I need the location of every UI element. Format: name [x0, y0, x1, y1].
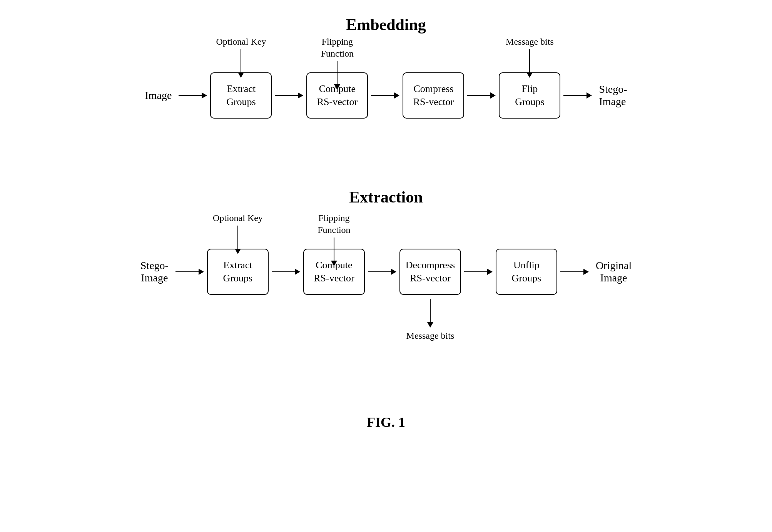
arrow-down-head	[238, 72, 244, 78]
optional-key-label-emb: Optional Key	[216, 36, 266, 78]
arrow-down-line-7	[237, 226, 238, 249]
arrow-compute-to-compress	[371, 92, 399, 99]
arrow-stego-to-extract	[175, 269, 204, 275]
arrow-head-2	[298, 92, 303, 99]
unflip-groups-wrapper: UnflipGroups	[496, 249, 557, 295]
optional-key-label-ext: Optional Key	[213, 212, 263, 254]
extract-groups-box-ext: ExtractGroups	[207, 249, 269, 295]
arrow-head	[202, 92, 207, 99]
embedding-section: Embedding Image Optional Key ExtractGrou…	[40, 15, 732, 134]
arrow-down-line-8	[334, 238, 334, 261]
message-bits-label-emb: Message bits	[506, 36, 554, 78]
embedding-title: Embedding	[40, 15, 732, 34]
embedding-input-label: Image	[145, 89, 172, 102]
arrow-line-5	[563, 95, 587, 96]
arrow-line-7	[272, 271, 295, 272]
arrow-line-9	[464, 271, 487, 272]
arrow-head-3	[394, 92, 399, 99]
compress-rs-wrapper: CompressRS-vector	[403, 72, 464, 119]
arrow-down-head-7	[235, 249, 241, 254]
arrow-head-6	[199, 269, 204, 275]
arrow-unflip-to-output	[560, 269, 589, 275]
arrow-line-2	[275, 95, 298, 96]
extraction-output-label: OriginalImage	[596, 259, 632, 284]
arrow-line-6	[175, 271, 199, 272]
arrow-down-head-5	[526, 72, 533, 78]
embedding-flow: Image Optional Key ExtractGroups	[40, 57, 732, 134]
message-bits-below: Message bits	[406, 299, 455, 341]
flip-groups-box: FlipGroups	[499, 72, 560, 119]
flip-groups-wrapper: Message bits FlipGroups	[499, 72, 560, 119]
arrow-down-line-5	[529, 49, 530, 72]
extraction-flow: Stego-Image Optional Key ExtractGroups	[40, 229, 732, 314]
decompress-rs-wrapper: DecompressRS-vector Message bits	[399, 249, 461, 295]
embedding-output-label: Stego-Image	[599, 83, 627, 108]
decompress-rs-box: DecompressRS-vector	[399, 249, 461, 295]
compute-rs-wrapper-emb: FlippingFunction ComputeRS-vector	[306, 72, 368, 119]
fig-label: FIG. 1	[367, 414, 405, 430]
flipping-function-label-ext: FlippingFunction	[317, 212, 350, 266]
arrow-extract-to-compute	[275, 92, 303, 99]
arrow-down-line	[241, 49, 241, 72]
arrow-down-head-9	[427, 322, 433, 328]
arrow-head-5	[587, 92, 592, 99]
arrow-head-4	[490, 92, 496, 99]
arrow-image-to-extract	[179, 92, 207, 99]
unflip-groups-box: UnflipGroups	[496, 249, 557, 295]
arrow-compute-to-decompress	[368, 269, 396, 275]
arrow-flip-to-output	[563, 92, 592, 99]
compute-rs-wrapper-ext: FlippingFunction ComputeRS-vector	[303, 249, 365, 295]
arrow-head-10	[583, 269, 589, 275]
arrow-compress-to-flip	[467, 92, 496, 99]
arrow-down-line-3	[337, 61, 338, 84]
compress-rs-box: CompressRS-vector	[403, 72, 464, 119]
flipping-function-label-emb: FlippingFunction	[321, 36, 354, 90]
arrow-down-head-3	[334, 84, 340, 90]
extract-groups-wrapper: Optional Key ExtractGroups	[210, 72, 272, 119]
arrow-down-line-9	[430, 299, 431, 322]
arrow-head-8	[391, 269, 396, 275]
fig-label-wrapper: FIG. 1	[367, 407, 405, 430]
arrow-down-head-8	[331, 261, 337, 266]
message-bits-label-ext: Message bits	[406, 331, 455, 341]
extract-groups-wrapper-ext: Optional Key ExtractGroups	[207, 249, 269, 295]
arrow-decompress-to-unflip	[464, 269, 493, 275]
arrow-line-4	[467, 95, 490, 96]
arrow-head-9	[487, 269, 493, 275]
extraction-section: Extraction Stego-Image Optional Key Extr…	[40, 188, 732, 314]
arrow-line-8	[368, 271, 391, 272]
arrow-extract-to-compute-ext	[272, 269, 300, 275]
extraction-title: Extraction	[40, 188, 732, 206]
arrow-line-3	[371, 95, 394, 96]
extraction-input-label: Stego-Image	[140, 259, 169, 284]
arrow-head-7	[295, 269, 300, 275]
arrow-line	[179, 95, 202, 96]
arrow-line-10	[560, 271, 583, 272]
extract-groups-box-emb: ExtractGroups	[210, 72, 272, 119]
